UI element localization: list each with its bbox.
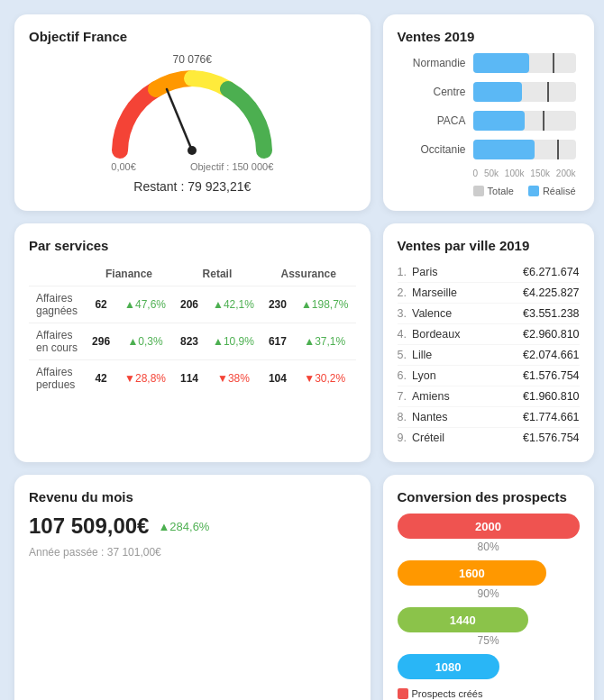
th-retail: Retail [173, 262, 261, 286]
svg-line-0 [167, 89, 192, 150]
bar-track [473, 82, 576, 102]
gauge-container: 70 076€ 0,00€ Objectif : 150 000€ Restan… [29, 53, 356, 194]
row-label: Affaires perdues [29, 360, 85, 397]
list-item: 9. Créteil €1.576.754 [398, 428, 580, 448]
finance-val: 42 [85, 360, 117, 397]
bar-row: Occitanie [401, 140, 576, 159]
conversion-title: Conversion des prospects [398, 489, 580, 505]
conv-bar-group-4: 1080 [398, 654, 580, 679]
conv-bar-group-1: 2000 80% [398, 514, 580, 553]
bar-row: Centre [401, 82, 576, 102]
row-label: Affaires en cours [29, 323, 85, 360]
legend-prospects-crees: Prospects créés [398, 688, 483, 699]
conversion-card: Conversion des prospects 2000 80% 1600 9… [383, 475, 594, 700]
conv-pct-3: 75% [398, 634, 580, 647]
ventes-ville-card: Ventes par ville 2019 1. Paris €6.271.67… [383, 223, 594, 462]
bar-track [473, 53, 576, 73]
list-item: 1. Paris €6.271.674 [398, 262, 580, 283]
retail-pct: ▲10,9% [206, 323, 261, 360]
legend-totale: Totale [473, 186, 514, 196]
assurance-pct: ▲37,1% [294, 323, 356, 360]
conv-pct-1: 80% [398, 541, 580, 553]
conv-bar-group-2: 1600 90% [398, 560, 580, 600]
legend-realise-label: Réalisé [543, 186, 576, 196]
conv-bar-group-3: 1440 75% [398, 607, 580, 647]
conv-bar-affaires-crees: 1440 [398, 607, 528, 632]
retail-pct: ▼38% [206, 360, 261, 397]
retail-val: 114 [173, 360, 206, 397]
th-empty [29, 262, 85, 286]
bar-target-line [553, 53, 554, 73]
bar-label: Normandie [401, 57, 466, 69]
assurance-pct: ▲198,7% [294, 286, 356, 323]
legend-realise-dot [528, 186, 539, 196]
bar-target-line [557, 140, 559, 159]
par-services-card: Par services Fianance Retail Assurance A… [14, 223, 371, 462]
assurance-val: 104 [261, 360, 294, 397]
finance-pct: ▲0,3% [117, 323, 173, 360]
bar-fill [473, 53, 530, 73]
bar-row: PACA [401, 111, 576, 131]
conv-bar-prospects-convertis: 1600 [398, 560, 547, 586]
ventes-2019-card: Ventes 2019 Normandie Centre PACA [383, 14, 594, 211]
assurance-pct: ▼30,2% [294, 360, 356, 397]
legend-totale-label: Totale [488, 186, 514, 196]
retail-val: 823 [173, 323, 206, 360]
retail-pct: ▲42,1% [206, 286, 261, 323]
ville-list: 1. Paris €6.271.674 2. Marseille €4.225.… [398, 262, 580, 448]
th-assurance: Assurance [261, 262, 356, 286]
bar-axis: 0 50k 100k 150k 200k [473, 168, 576, 178]
finance-val: 62 [85, 286, 117, 323]
conv-legend: Prospects créés Prospects convertis Affa… [398, 688, 580, 700]
finance-pct: ▲47,6% [117, 286, 173, 323]
objectif-france-card: Objectif France 70 076€ 0,00€ Objectif :… [14, 14, 371, 211]
gauge-restant: Restant : 79 923,21€ [133, 179, 251, 194]
gauge-max: Objectif : 150 000€ [190, 161, 273, 172]
revenu-title: Revenu du mois [29, 489, 356, 505]
row-label: Affaires gagnées [29, 286, 85, 323]
conv-bar-prospects-crees: 2000 [398, 514, 580, 539]
bar-target-line [547, 82, 549, 102]
gauge-min: 0,00€ [111, 161, 136, 172]
revenu-main: 107 509,00€ ▲284,6% [29, 514, 356, 539]
revenu-sub: Année passée : 37 101,00€ [29, 546, 356, 559]
bar-track [473, 111, 576, 131]
list-item: 3. Valence €3.551.238 [398, 304, 580, 324]
revenu-value: 107 509,00€ [29, 514, 149, 539]
list-item: 4. Bordeaux €2.960.810 [398, 324, 580, 345]
svg-point-1 [188, 146, 197, 155]
list-item: 5. Lille €2.074.661 [398, 345, 580, 366]
conv-pct-2: 90% [398, 587, 580, 600]
legend-dot-red [398, 688, 408, 699]
finance-val: 296 [85, 323, 117, 360]
ventes-ville-title: Ventes par ville 2019 [398, 238, 580, 253]
bar-target-line [543, 111, 545, 131]
objectif-title: Objectif France [29, 29, 356, 44]
gauge-svg [111, 69, 273, 159]
bar-row: Normandie [401, 53, 576, 73]
bar-fill [473, 82, 523, 102]
ventes-title: Ventes 2019 [398, 29, 580, 44]
legend-realise: Réalisé [528, 186, 576, 196]
assurance-val: 230 [261, 286, 294, 323]
gauge-value: 70 076€ [173, 53, 212, 66]
assurance-val: 617 [261, 323, 294, 360]
table-row: Affaires gagnées 62 ▲47,6% 206 ▲42,1% 23… [29, 286, 356, 323]
bar-track [473, 140, 576, 159]
finance-pct: ▼28,8% [117, 360, 173, 397]
par-services-title: Par services [29, 238, 356, 253]
retail-val: 206 [173, 286, 206, 323]
list-item: 8. Nantes €1.774.661 [398, 407, 580, 428]
chart-legend: Totale Réalisé [473, 186, 576, 196]
revenu-badge: ▲284,6% [158, 520, 209, 533]
services-table: Fianance Retail Assurance Affaires gagné… [29, 262, 356, 396]
bar-fill [473, 140, 535, 159]
bar-fill [473, 111, 525, 131]
conv-bar-affaires-gagnees: 1080 [398, 654, 499, 679]
bar-label: PACA [401, 114, 466, 127]
revenu-card: Revenu du mois 107 509,00€ ▲284,6% Année… [14, 475, 371, 700]
legend-label-prospects-crees: Prospects créés [412, 688, 483, 699]
gauge-labels: 0,00€ Objectif : 150 000€ [111, 161, 273, 172]
list-item: 7. Amiens €1.960.810 [398, 386, 580, 407]
bar-label: Centre [401, 86, 466, 98]
